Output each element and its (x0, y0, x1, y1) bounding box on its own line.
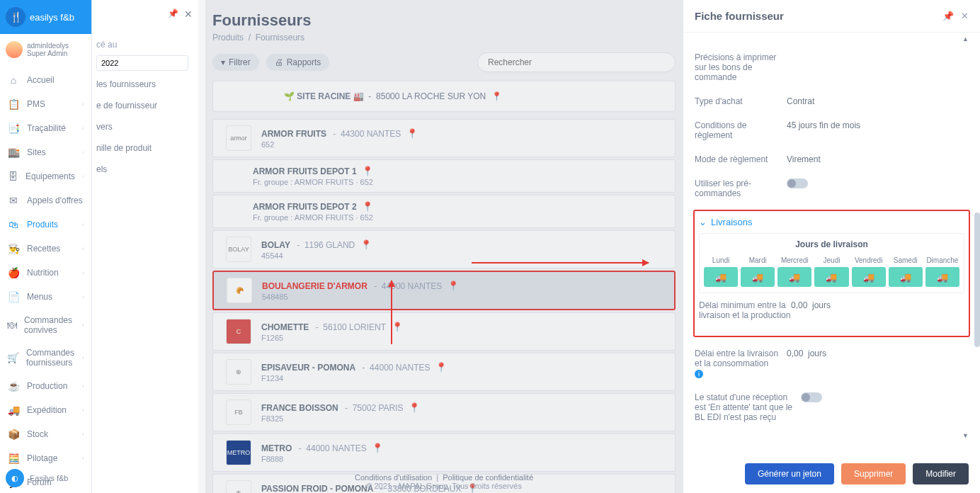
subpanel-item[interactable]: vers (92, 116, 198, 137)
nav-stock[interactable]: 📦Stock› (0, 422, 91, 446)
delay-prod-field: Délai minimum entre la livraison et la p… (699, 293, 964, 327)
panel-body: ▲ Précisions à imprimer sur les bons de … (683, 33, 980, 455)
days-title: Jours de livraison (704, 239, 959, 249)
nav-commandes-fournisseurs[interactable]: 🛒Commandes fournisseurs› (0, 341, 91, 374)
page-footer: Conditions d'utilisation | Politique de … (205, 473, 683, 490)
chevron-right-icon: › (82, 125, 84, 132)
close-panel-icon[interactable]: ✕ (961, 11, 969, 21)
nav-pms[interactable]: 📋PMS› (0, 92, 91, 116)
subpanel-item[interactable]: e de fournisseur (92, 95, 198, 116)
scrollbar[interactable] (974, 212, 980, 347)
edit-button[interactable]: Modifier (913, 463, 969, 484)
nav-icon: 📑 (7, 123, 20, 134)
terms-link[interactable]: Conditions d'utilisation (355, 473, 432, 482)
location-icon: 📍 (448, 280, 459, 291)
truck-icon: 🚚 (704, 267, 738, 287)
subpanel-input[interactable] (96, 55, 188, 71)
generate-token-button[interactable]: Générer un jeton (745, 463, 834, 484)
delivery-day[interactable]: Jeudi🚚 (814, 256, 848, 287)
nav-icon: 🛒 (7, 352, 19, 363)
edi-toggle[interactable] (801, 392, 822, 402)
nav-produits[interactable]: 🛍Produits› (0, 212, 91, 237)
page-title: Fournisseurs (212, 11, 676, 30)
nav-icon: ✉ (7, 195, 20, 206)
truck-icon: 🚚 (777, 267, 811, 287)
location-icon: 📍 (372, 443, 383, 453)
nav-commandes-convives[interactable]: 🍽Commandes convives› (0, 309, 91, 341)
supplier-logo: armor (226, 125, 251, 151)
supplier-logo: ⊕ (226, 359, 251, 385)
nav-expédition[interactable]: 🚚Expédition› (0, 398, 91, 422)
reports-button[interactable]: 🖨Rapports (266, 54, 330, 71)
supplier-row[interactable]: 🥐BOULANGERIE D'ARMOR - 44000 NANTES 📍548… (212, 271, 676, 310)
nav-nutrition[interactable]: 🍎Nutrition› (0, 261, 91, 285)
edi-status-field: Le statut d'une réception est 'En attent… (695, 385, 969, 429)
nav-icon: ⌂ (7, 74, 20, 86)
truck-icon: 🚚 (852, 267, 886, 287)
subpanel-item[interactable]: les fournisseurs (92, 74, 198, 95)
user-block[interactable]: adminIdeolys Super Admin (0, 34, 91, 65)
caret-down-icon[interactable]: ▼ (695, 429, 969, 442)
nav-icon: 🧮 (7, 453, 20, 464)
user-name: adminIdeolys (27, 42, 69, 50)
nav-pilotage[interactable]: 🧮Pilotage› (0, 446, 91, 470)
nav-icon: 📄 (7, 291, 20, 302)
supplier-row[interactable]: METROMETRO - 44000 NANTES 📍F8888 (212, 434, 676, 472)
delivery-day[interactable]: Vendredi🚚 (852, 256, 886, 287)
crumb-current: Fournisseurs (256, 33, 304, 42)
supplier-logo: FB (226, 400, 251, 425)
delivery-day[interactable]: Samedi🚚 (889, 256, 923, 287)
brand-logo[interactable]: 🍴 easilys f&b (0, 0, 91, 34)
location-icon: 📍 (406, 128, 418, 139)
nav-traçabilité[interactable]: 📑Traçabilité› (0, 116, 91, 140)
section-title[interactable]: ⌄Livraisons (699, 217, 964, 227)
delete-button[interactable]: Supprimer (841, 463, 906, 484)
nav-accueil[interactable]: ⌂Accueil (0, 68, 91, 92)
delivery-day[interactable]: Dimanche🚚 (925, 256, 959, 287)
nav-equipements[interactable]: 🗄Equipements› (0, 164, 91, 188)
location-icon: 📍 (362, 166, 373, 176)
delivery-day[interactable]: Mardi🚚 (741, 256, 775, 287)
pin-panel-icon[interactable]: 📌 (942, 11, 954, 21)
crumb-products[interactable]: Produits (212, 33, 244, 42)
nav-production[interactable]: ☕Production› (0, 374, 91, 398)
supplier-logo: C (226, 319, 251, 344)
location-icon: 📍 (360, 239, 372, 250)
panel-header: Fiche fournisseur 📌 ✕ (683, 0, 980, 33)
privacy-link[interactable]: Politique de confidentialité (443, 473, 533, 482)
chevron-right-icon: › (82, 149, 84, 156)
subpanel-item[interactable]: nille de produit (92, 137, 198, 159)
caret-up-icon[interactable]: ▲ (695, 33, 969, 45)
location-icon: 📍 (409, 402, 420, 413)
location-icon: 📍 (491, 91, 502, 101)
nav-icon: 📋 (7, 98, 20, 110)
nav-icon: 🗄 (7, 171, 18, 182)
nav-icon: 🛍 (7, 219, 20, 230)
subpanel-item[interactable]: els (92, 159, 198, 180)
toggle[interactable] (787, 178, 808, 188)
search-input[interactable] (477, 52, 676, 72)
supplier-row[interactable]: ⊕EPISAVEUR - POMONA - 44000 NANTES 📍F123… (212, 353, 676, 391)
supplier-row[interactable]: ARMOR FRUITS DEPOT 1 📍Fr. groupe : ARMOR… (212, 159, 676, 193)
nav-appels-d'offres[interactable]: ✉Appels d'offres (0, 188, 91, 212)
supplier-row[interactable]: armorARMOR FRUITS - 44300 NANTES 📍652 (212, 119, 676, 157)
nav-sites[interactable]: 🏬Sites› (0, 140, 91, 164)
pin-icon[interactable]: 📌 (168, 8, 178, 18)
chevron-down-icon: ⌄ (699, 217, 707, 227)
chevron-right-icon: › (82, 455, 84, 462)
site-header[interactable]: 🌱 SITE RACINE 🏭 - 85000 LA ROCHE SUR YON… (212, 81, 676, 112)
close-icon[interactable]: ✕ (184, 8, 193, 20)
supplier-row[interactable]: ARMOR FRUITS DEPOT 2 📍Fr. groupe : ARMOR… (212, 195, 676, 228)
supplier-row[interactable]: FBFRANCE BOISSON - 75002 PARIS 📍F8325 (212, 393, 676, 431)
chevron-right-icon: › (82, 221, 84, 228)
footer-brand[interactable]: ◐ Easilys f&b (6, 469, 68, 487)
nav-recettes[interactable]: 👨‍🍳Recettes› (0, 237, 91, 261)
supplier-row[interactable]: CCHOMETTE - 56100 LORIENT 📍F1265 (212, 312, 676, 351)
filter-button[interactable]: ▾Filtrer (212, 54, 259, 71)
nav-menus[interactable]: 📄Menus› (0, 285, 91, 309)
info-icon[interactable]: i (695, 370, 703, 378)
delivery-day[interactable]: Mercredi🚚 (777, 256, 811, 287)
chevron-right-icon: › (82, 322, 84, 329)
nav-icon: 🚚 (7, 404, 20, 416)
delivery-day[interactable]: Lundi🚚 (704, 256, 738, 287)
